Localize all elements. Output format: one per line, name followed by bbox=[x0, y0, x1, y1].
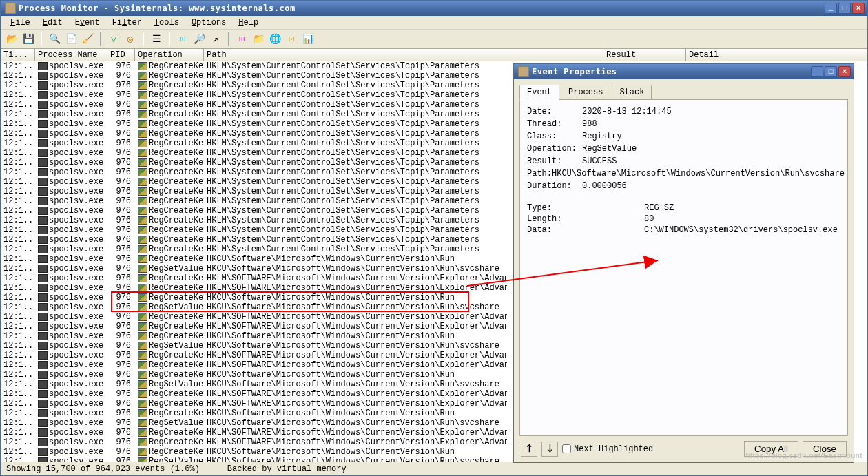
value-date: 2020-8-13 12:14:45 bbox=[582, 107, 840, 116]
main-title: Process Monitor - Sysinternals: www.sysi… bbox=[19, 3, 825, 13]
clear-icon[interactable]: 🧹 bbox=[81, 32, 94, 46]
capture-icon[interactable]: 🔍 bbox=[48, 32, 61, 46]
col-result[interactable]: Result bbox=[603, 49, 686, 61]
col-pid[interactable]: PID bbox=[107, 49, 135, 61]
props-tabs: Event Process Stack bbox=[519, 85, 848, 100]
file-filter-icon[interactable]: 📁 bbox=[251, 32, 265, 46]
label-class: Class: bbox=[527, 132, 582, 141]
label-duration: Duration: bbox=[527, 181, 582, 191]
label-operation: Operation: bbox=[527, 144, 582, 154]
registry-filter-icon[interactable]: ⊞ bbox=[235, 32, 249, 46]
network-filter-icon[interactable]: 🌐 bbox=[268, 32, 282, 46]
tab-event[interactable]: Event bbox=[519, 85, 559, 100]
label-thread: Thread: bbox=[527, 119, 582, 129]
label-length: Length: bbox=[527, 214, 644, 224]
maximize-button[interactable]: □ bbox=[838, 3, 851, 14]
filter-icon[interactable]: ▽ bbox=[107, 32, 121, 46]
column-headers: Ti... Process Name PID Operation Path Re… bbox=[1, 49, 867, 61]
props-minimize-button[interactable]: _ bbox=[811, 66, 823, 77]
col-path[interactable]: Path bbox=[204, 49, 603, 61]
close-button[interactable]: × bbox=[852, 3, 865, 14]
value-data: C:\WINDOWS\system32\drivers\spoclsv.exe bbox=[644, 225, 840, 235]
menu-file[interactable]: File bbox=[5, 17, 36, 29]
open-icon[interactable]: 📂 bbox=[5, 32, 19, 46]
include-icon[interactable]: ☰ bbox=[149, 32, 163, 46]
col-operation[interactable]: Operation bbox=[135, 49, 204, 61]
value-type: REG_SZ bbox=[644, 203, 840, 213]
label-type: Type: bbox=[527, 203, 644, 213]
props-title: Event Properties bbox=[532, 67, 811, 76]
value-result: SUCCESS bbox=[582, 156, 840, 166]
value-operation: RegSetValue bbox=[582, 144, 840, 154]
watermark: https://blog.csdn.net/Eastmount bbox=[745, 451, 862, 459]
statusbar: Showing 15,700 of 964,023 events (1.6%) … bbox=[1, 462, 867, 475]
menu-filter[interactable]: Filter bbox=[107, 17, 147, 29]
menu-edit[interactable]: Edit bbox=[37, 17, 68, 29]
value-length: 80 bbox=[644, 214, 840, 224]
next-event-button[interactable]: 🡓 bbox=[541, 442, 558, 457]
col-detail[interactable]: Detail bbox=[686, 49, 867, 61]
next-highlighted-checkbox[interactable]: Next Highlighted bbox=[562, 444, 653, 454]
label-path: Path: bbox=[527, 169, 552, 178]
jump-icon[interactable]: ↗ bbox=[209, 32, 223, 46]
col-time[interactable]: Ti... bbox=[1, 49, 35, 61]
menu-help[interactable]: Help bbox=[233, 17, 264, 29]
menu-options[interactable]: Options bbox=[186, 17, 231, 29]
menu-event[interactable]: Event bbox=[70, 17, 105, 29]
tab-stack[interactable]: Stack bbox=[612, 85, 652, 100]
status-count: Showing 15,700 of 964,023 events (1.6%) bbox=[6, 464, 200, 474]
props-maximize-button[interactable]: □ bbox=[825, 66, 837, 77]
event-properties-window: Event Properties _ □ × Event Process Sta… bbox=[513, 63, 854, 463]
find-icon[interactable]: 🔎 bbox=[192, 32, 206, 46]
process-filter-icon[interactable]: ⊡ bbox=[285, 32, 298, 46]
highlight-icon[interactable]: ◎ bbox=[123, 32, 137, 46]
label-date: Date: bbox=[527, 107, 582, 116]
value-thread: 988 bbox=[582, 119, 840, 129]
profiling-filter-icon[interactable]: 📊 bbox=[301, 32, 315, 46]
prev-event-button[interactable]: 🡑 bbox=[521, 442, 537, 457]
props-close-button[interactable]: × bbox=[838, 66, 851, 77]
tab-process[interactable]: Process bbox=[561, 85, 610, 100]
autoscroll-icon[interactable]: 📄 bbox=[64, 32, 78, 46]
label-result: Result: bbox=[527, 156, 582, 166]
value-duration: 0.0000056 bbox=[582, 181, 840, 191]
save-icon[interactable]: 💾 bbox=[21, 32, 35, 46]
props-icon bbox=[518, 66, 529, 77]
value-class: Registry bbox=[582, 132, 840, 141]
toolbar: 📂 💾 🔍 📄 🧹 ▽ ◎ ☰ ⊞ 🔎 ↗ ⊞ 📁 🌐 ⊡ 📊 bbox=[1, 30, 867, 49]
props-titlebar[interactable]: Event Properties _ □ × bbox=[514, 64, 854, 79]
status-memory: Backed by virtual memory bbox=[227, 464, 347, 474]
minimize-button[interactable]: _ bbox=[825, 3, 837, 14]
menu-tools[interactable]: Tools bbox=[149, 17, 185, 29]
label-data: Data: bbox=[527, 225, 644, 235]
tree-icon[interactable]: ⊞ bbox=[176, 32, 189, 46]
app-icon bbox=[5, 3, 16, 14]
value-path: HKCU\Software\Microsoft\Windows\CurrentV… bbox=[552, 169, 845, 178]
col-process-name[interactable]: Process Name bbox=[35, 49, 107, 61]
main-titlebar[interactable]: Process Monitor - Sysinternals: www.sysi… bbox=[1, 1, 867, 16]
tab-panel: Date:2020-8-13 12:14:45 Thread:988 Class… bbox=[519, 99, 848, 436]
menubar: File Edit Event Filter Tools Options Hel… bbox=[1, 16, 867, 30]
